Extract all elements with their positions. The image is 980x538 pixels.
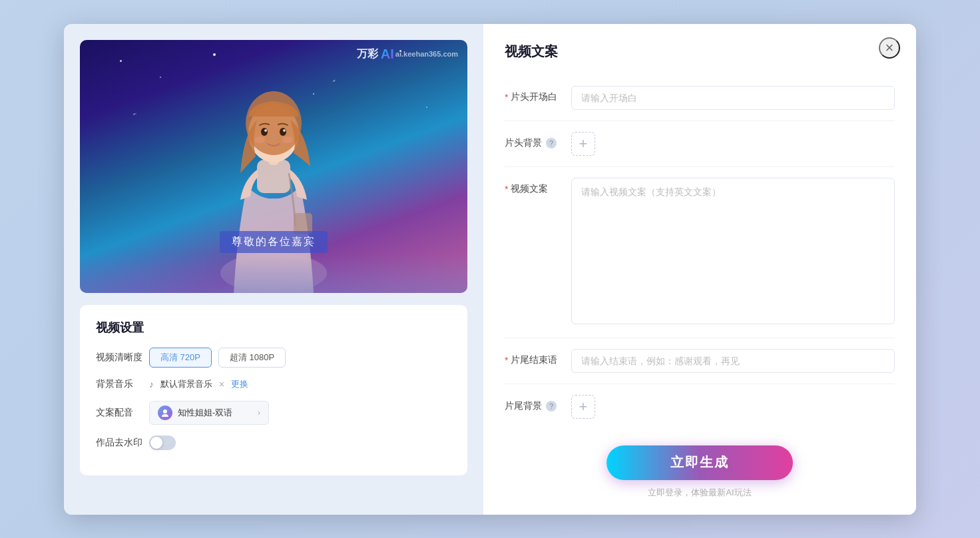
quality-720p-button[interactable]: 高清 720P xyxy=(149,348,212,368)
video-copy-row: * 视频文案 xyxy=(505,167,895,338)
footer-bg-label: 片尾背景 ? xyxy=(505,395,571,412)
footer-bg-help-icon[interactable]: ? xyxy=(546,401,557,411)
music-content: ♪ 默认背景音乐 × 更换 xyxy=(149,378,451,390)
video-copy-content xyxy=(571,178,895,327)
ending-content xyxy=(571,349,895,373)
generate-button[interactable]: 立即生成 xyxy=(607,445,793,480)
header-bg-help-icon[interactable]: ? xyxy=(546,138,557,148)
voice-avatar xyxy=(158,405,172,420)
footer-bg-row: 片尾背景 ? + xyxy=(505,384,895,429)
video-copy-textarea[interactable] xyxy=(571,178,895,324)
music-name: 默认背景音乐 xyxy=(160,378,212,390)
footer-bg-add-button[interactable]: + xyxy=(571,395,595,419)
opening-input[interactable] xyxy=(571,86,895,110)
voice-row: 文案配音 知性姐姐-双语 › xyxy=(96,401,451,425)
opening-content xyxy=(571,86,895,110)
subtitle-bar: 尊敬的各位嘉宾 xyxy=(220,231,328,253)
quality-1080p-button[interactable]: 超清 1080P xyxy=(218,348,286,368)
voice-label: 文案配音 xyxy=(96,407,149,419)
ending-row: * 片尾结束语 xyxy=(505,338,895,384)
svg-point-8 xyxy=(283,129,286,132)
voice-selector-button[interactable]: 知性姐姐-双语 › xyxy=(149,401,269,425)
close-button[interactable]: × xyxy=(879,37,900,59)
footer-bg-content: + xyxy=(571,395,895,419)
opening-row: * 片头开场白 xyxy=(505,75,895,121)
form-area: * 片头开场白 片头背景 ? + xyxy=(505,75,895,429)
video-copy-label: * 视频文案 xyxy=(505,178,571,195)
svg-point-10 xyxy=(282,136,293,143)
svg-point-7 xyxy=(264,129,267,132)
opening-label: * 片头开场白 xyxy=(505,86,571,103)
header-bg-content: + xyxy=(571,132,895,156)
quality-label: 视频清晰度 xyxy=(96,352,149,364)
music-change-button[interactable]: 更换 xyxy=(231,378,248,390)
header-bg-row: 片头背景 ? + xyxy=(505,121,895,167)
left-panel: 万彩 AI ai.keehan365.com 尊敬的各位嘉宾 视频设置 视频清 xyxy=(64,24,483,515)
watermark-toggle-content xyxy=(149,435,451,450)
settings-title: 视频设置 xyxy=(96,320,451,336)
watermark-row: 作品去水印 xyxy=(96,435,451,450)
header-bg-add-button[interactable]: + xyxy=(571,132,595,156)
panel-title: 视频文案 xyxy=(505,43,895,61)
ending-required-star: * xyxy=(505,355,508,366)
ending-input[interactable] xyxy=(571,349,895,373)
watermark: 万彩 AI ai.keehan365.com xyxy=(357,47,458,62)
music-remove-button[interactable]: × xyxy=(219,379,224,390)
watermark-text: 万彩 xyxy=(357,47,378,61)
header-bg-label: 片头背景 ? xyxy=(505,132,571,149)
opening-required-star: * xyxy=(505,92,508,103)
voice-name: 知性姐姐-双语 xyxy=(178,407,252,419)
svg-point-12 xyxy=(163,409,167,413)
watermark-toggle-label: 作品去水印 xyxy=(96,437,149,449)
generate-area: 立即生成 立即登录，体验最新AI玩法 xyxy=(505,429,895,499)
music-note-icon: ♪ xyxy=(149,379,154,390)
voice-chevron-icon: › xyxy=(258,408,260,417)
copy-required-star: * xyxy=(505,184,508,194)
voice-content: 知性姐姐-双语 › xyxy=(149,401,451,425)
video-preview: 万彩 AI ai.keehan365.com 尊敬的各位嘉宾 xyxy=(80,40,467,293)
music-row: 背景音乐 ♪ 默认背景音乐 × 更换 xyxy=(96,378,451,390)
svg-point-6 xyxy=(280,128,286,136)
svg-point-9 xyxy=(254,136,265,143)
watermark-ai-icon: AI xyxy=(381,47,394,62)
right-panel: × 视频文案 * 片头开场白 片头背景 ? xyxy=(483,24,916,515)
toggle-knob xyxy=(150,437,162,449)
video-settings-card: 视频设置 视频清晰度 高清 720P 超清 1080P 背景音乐 ♪ 默认背景音… xyxy=(80,305,467,475)
music-label: 背景音乐 xyxy=(96,378,149,390)
watermark-toggle[interactable] xyxy=(149,435,176,450)
quality-options: 高清 720P 超清 1080P xyxy=(149,348,451,368)
svg-point-5 xyxy=(261,128,268,136)
main-modal: 万彩 AI ai.keehan365.com 尊敬的各位嘉宾 视频设置 视频清 xyxy=(64,24,916,515)
quality-row: 视频清晰度 高清 720P 超清 1080P xyxy=(96,348,451,368)
ending-label: * 片尾结束语 xyxy=(505,349,571,366)
watermark-url: ai.keehan365.com xyxy=(395,50,458,58)
generate-hint: 立即登录，体验最新AI玩法 xyxy=(648,487,751,499)
